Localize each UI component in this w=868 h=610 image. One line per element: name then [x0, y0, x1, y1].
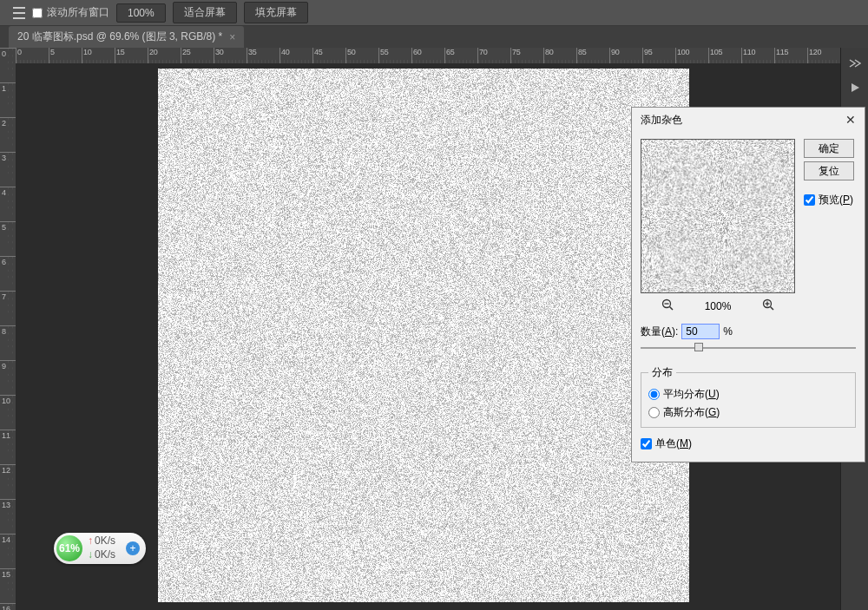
monochrome-checkbox[interactable] [641, 438, 652, 449]
zoom-100-button[interactable]: 100% [116, 3, 166, 23]
horizontal-ruler: 0510152025303540455055606570758085909510… [16, 48, 840, 63]
svg-line-4 [771, 307, 774, 311]
gaussian-option[interactable]: 高斯分布(G) [648, 405, 848, 420]
preview-label: 预览(P) [819, 193, 853, 207]
close-icon[interactable]: ✕ [845, 113, 856, 127]
distribution-legend: 分布 [648, 365, 676, 380]
ok-button[interactable]: 确定 [804, 139, 854, 158]
hand-tool-icon[interactable] [13, 7, 25, 19]
add-noise-dialog: 添加杂色 ✕ 确定 复位 预览(P) 100% 数量(A): [631, 107, 865, 462]
reset-button[interactable]: 复位 [804, 161, 854, 180]
preview-toggle[interactable]: 预览(P) [804, 193, 854, 207]
amount-unit: % [723, 325, 733, 338]
view-toolbar: 滚动所有窗口 100% 适合屏幕 填充屏幕 [0, 0, 868, 26]
monochrome-option[interactable]: 单色(M) [641, 436, 856, 451]
expand-panels-icon[interactable] [848, 56, 862, 70]
dialog-titlebar[interactable]: 添加杂色 ✕ [632, 108, 865, 132]
gaussian-label: 高斯分布(G) [663, 405, 720, 420]
dialog-title-text: 添加杂色 [641, 113, 682, 128]
scroll-all-checkbox[interactable] [32, 8, 43, 18]
preview-zoom-label: 100% [705, 300, 732, 312]
zoom-out-icon[interactable] [661, 298, 674, 313]
uniform-option[interactable]: 平均分布(U) [648, 387, 848, 402]
slider-thumb[interactable] [694, 343, 703, 351]
download-speed: 0K/s [88, 548, 126, 562]
scroll-all-label: 滚动所有窗口 [47, 5, 109, 20]
distribution-group: 分布 平均分布(U) 高斯分布(G) [641, 365, 856, 428]
preview-checkbox[interactable] [804, 194, 815, 206]
uniform-radio[interactable] [648, 389, 660, 400]
close-icon[interactable]: × [229, 31, 235, 43]
amount-slider[interactable] [641, 343, 856, 355]
amount-label: 数量(A): [641, 325, 678, 339]
network-stats: 0K/s 0K/s [88, 535, 126, 561]
zoom-in-icon[interactable] [762, 298, 774, 313]
slider-track [641, 347, 856, 349]
gaussian-radio[interactable] [648, 407, 660, 418]
fill-screen-button[interactable]: 填充屏幕 [244, 2, 308, 23]
fit-screen-button[interactable]: 适合屏幕 [173, 2, 237, 23]
play-icon[interactable] [848, 81, 862, 95]
scroll-all-windows-option[interactable]: 滚动所有窗口 [32, 5, 109, 20]
vertical-ruler: 012345678910111213141516 [0, 48, 16, 610]
add-icon[interactable]: + [126, 541, 140, 555]
document-tab[interactable]: 20 临摹图标.psd @ 69.6% (图层 3, RGB/8) * × [9, 26, 244, 48]
document-canvas[interactable] [158, 69, 689, 602]
network-monitor-widget[interactable]: 61% 0K/s 0K/s + [54, 533, 146, 564]
upload-speed: 0K/s [88, 535, 126, 548]
monochrome-label: 单色(M) [655, 436, 692, 451]
cpu-percent-badge: 61% [56, 535, 82, 561]
amount-input[interactable] [681, 324, 720, 339]
filter-preview[interactable] [641, 139, 795, 293]
document-tab-bar: 20 临摹图标.psd @ 69.6% (图层 3, RGB/8) * × [0, 26, 868, 48]
svg-line-1 [669, 307, 673, 311]
uniform-label: 平均分布(U) [663, 387, 720, 402]
document-tab-title: 20 临摹图标.psd @ 69.6% (图层 3, RGB/8) * [17, 30, 222, 44]
